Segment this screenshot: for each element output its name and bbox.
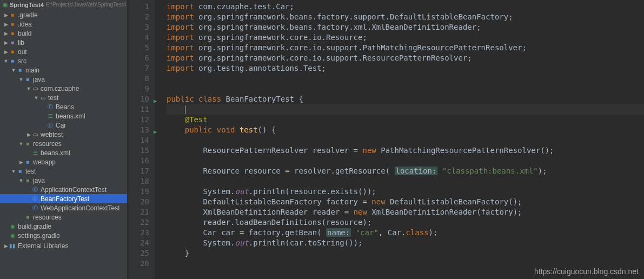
code-line[interactable]: XmlBeanDefinitionReader reader = new Xml…: [167, 207, 644, 217]
line-number[interactable]: 3: [128, 22, 149, 32]
tree-item-main[interactable]: ▼■main: [0, 65, 127, 75]
code-line[interactable]: [167, 84, 644, 94]
tree-item-settings-gradle[interactable]: ◉settings.gradle: [0, 231, 127, 240]
chevron-down-icon[interactable]: ▼: [11, 169, 16, 174]
tree-item-test[interactable]: ▼■test: [0, 167, 127, 176]
tree-item-applicationcontexttest[interactable]: ⒸApplicationContextTest: [0, 185, 127, 194]
line-number[interactable]: 18: [128, 176, 149, 187]
chevron-right-icon[interactable]: ▶: [26, 132, 31, 137]
tree-item-java[interactable]: ▼■java: [0, 176, 127, 185]
code-editor[interactable]: 12345678910▶111213▶141516171819202122232…: [128, 0, 644, 279]
line-number[interactable]: 7: [128, 63, 149, 74]
tree-item-resources[interactable]: ■resources: [0, 212, 127, 222]
line-number[interactable]: 6: [128, 53, 149, 63]
code-line[interactable]: }: [167, 248, 644, 258]
editor-gutter[interactable]: 12345678910▶111213▶141516171819202122232…: [128, 0, 155, 279]
code-line[interactable]: import org.springframework.core.io.suppo…: [167, 43, 644, 53]
tree-item-webapplicationcontexttest[interactable]: ⒸWebApplicationContextTest: [0, 203, 127, 212]
tree-item-lib[interactable]: ▶■lib: [0, 38, 127, 47]
code-line[interactable]: reader.loadBeanDefinitions(resource);: [167, 217, 644, 228]
line-number[interactable]: 8: [128, 74, 149, 84]
tree-item-java[interactable]: ▼■java: [0, 75, 127, 84]
tree-item-car[interactable]: ⒸCar: [0, 121, 127, 130]
code-line[interactable]: public class BeanFactoryTest {: [167, 94, 644, 104]
line-number[interactable]: 12: [128, 115, 149, 125]
chevron-right-icon[interactable]: ▶: [3, 31, 9, 36]
tree-item-build-gradle[interactable]: ◉build.gradle: [0, 222, 127, 231]
tree-item-beanfactorytest[interactable]: ⒸBeanFactoryTest: [0, 194, 127, 203]
tree-item-resources[interactable]: ▼■resources: [0, 139, 127, 148]
line-number[interactable]: 15: [128, 145, 149, 156]
code-line[interactable]: import com.czuaphe.test.Car;: [167, 2, 644, 12]
line-number[interactable]: 17: [128, 166, 149, 176]
line-number[interactable]: 13▶: [128, 125, 149, 135]
chevron-down-icon[interactable]: ▼: [26, 86, 31, 91]
line-number[interactable]: 4: [128, 32, 149, 43]
code-line[interactable]: import org.springframework.core.io.Resou…: [167, 32, 644, 43]
code-line[interactable]: import org.springframework.beans.factory…: [167, 12, 644, 22]
chevron-down-icon[interactable]: ▼: [18, 178, 24, 183]
chevron-right-icon[interactable]: ▶: [3, 12, 9, 18]
code-line[interactable]: [167, 156, 644, 166]
tree-item-out[interactable]: ▶■out: [0, 47, 127, 56]
line-number[interactable]: 10▶: [128, 94, 149, 104]
editor-content[interactable]: import com.czuaphe.test.Car;import org.s…: [155, 0, 644, 279]
code-line[interactable]: public void test() {: [167, 125, 644, 135]
pkg-icon: ▭: [39, 95, 47, 101]
line-number[interactable]: 5: [128, 43, 149, 53]
chevron-down-icon[interactable]: ▼: [18, 141, 24, 147]
code-line[interactable]: ResourcePatternResolver resolver = new P…: [167, 145, 644, 156]
chevron-right-icon[interactable]: ▶: [3, 22, 9, 27]
tree-item-beans-xml[interactable]: ☰beans.xml: [0, 148, 127, 157]
line-number[interactable]: 26: [128, 258, 149, 269]
chevron-down-icon[interactable]: ▼: [18, 77, 24, 82]
line-number[interactable]: 24: [128, 238, 149, 248]
code-line[interactable]: @Test: [167, 115, 644, 125]
folder-blue-icon: ■: [24, 159, 31, 165]
tree-item-webtest[interactable]: ▶▭webtest: [0, 130, 127, 139]
code-line[interactable]: import org.springframework.core.io.suppo…: [167, 53, 644, 63]
line-number[interactable]: 16: [128, 156, 149, 166]
line-number[interactable]: 25: [128, 248, 149, 258]
line-number[interactable]: 19: [128, 187, 149, 197]
chevron-right-icon[interactable]: ▶: [3, 49, 9, 55]
code-line[interactable]: Car car = factory.getBean( name: "car", …: [167, 228, 644, 238]
code-line[interactable]: import org.testng.annotations.Test;: [167, 63, 644, 74]
line-number[interactable]: 23: [128, 228, 149, 238]
code-line[interactable]: import org.springframework.beans.factory…: [167, 22, 644, 32]
external-libraries[interactable]: ▶ ▮▮ External Libraries: [0, 241, 127, 250]
tree-item-beans[interactable]: ⒸBeans: [0, 102, 127, 111]
line-number[interactable]: 9: [128, 84, 149, 94]
pkg-icon: ▭: [31, 131, 39, 137]
line-number[interactable]: 1: [128, 2, 149, 12]
line-number[interactable]: 22: [128, 217, 149, 228]
code-line[interactable]: DefaultListableBeanFactory factory = new…: [167, 197, 644, 207]
tree-item--gradle[interactable]: ▶■.gradle: [0, 10, 127, 19]
tree-item-src[interactable]: ▼■src: [0, 56, 127, 65]
code-line[interactable]: [167, 176, 644, 187]
line-number[interactable]: 21: [128, 207, 149, 217]
code-line[interactable]: [167, 135, 644, 145]
line-number[interactable]: 20: [128, 197, 149, 207]
tree-item--idea[interactable]: ▶■.idea: [0, 19, 127, 29]
chevron-down-icon[interactable]: ▼: [34, 95, 39, 101]
chevron-down-icon[interactable]: ▼: [11, 68, 16, 73]
code-line[interactable]: [167, 104, 644, 115]
line-number[interactable]: 2: [128, 12, 149, 22]
chevron-right-icon[interactable]: ▶: [18, 160, 24, 165]
code-line[interactable]: System.out.println(resource.exists());: [167, 187, 644, 197]
code-line[interactable]: System.out.println(car.toString());: [167, 238, 644, 248]
chevron-down-icon[interactable]: ▼: [3, 58, 9, 64]
tree-item-com-czuaphe[interactable]: ▼▭com.czuaphe: [0, 84, 127, 93]
project-tree[interactable]: ▶■.gradle▶■.idea▶■build▶■lib▶■out▼■src▼■…: [0, 9, 127, 241]
chevron-right-icon[interactable]: ▶: [3, 40, 9, 45]
project-sidebar[interactable]: ▣ SpringTest4 E:\Projects\JavaWeb\Spring…: [0, 0, 128, 279]
line-number[interactable]: 11: [128, 104, 149, 115]
tree-item-webapp[interactable]: ▶■webapp: [0, 157, 127, 167]
tree-item-test[interactable]: ▼▭test: [0, 93, 127, 102]
line-number[interactable]: 14: [128, 135, 149, 145]
code-line[interactable]: Resource resource = resolver.getResource…: [167, 166, 644, 176]
tree-item-build[interactable]: ▶■build: [0, 29, 127, 38]
code-line[interactable]: [167, 74, 644, 84]
tree-item-beans-xml[interactable]: ☰beans.xml: [0, 111, 127, 121]
